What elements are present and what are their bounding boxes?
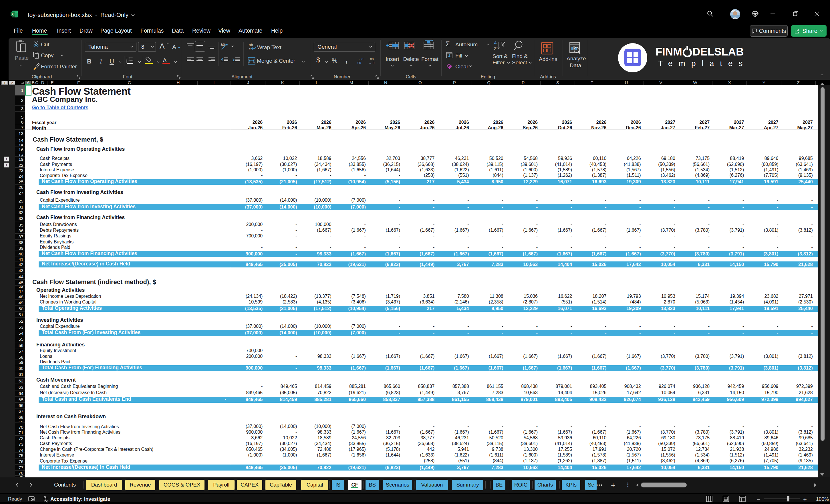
svg-text:c: c xyxy=(249,47,251,51)
svg-text:.00: .00 xyxy=(357,61,361,65)
svg-text:X: X xyxy=(11,12,14,16)
svg-text:Z: Z xyxy=(494,46,497,51)
svg-text:.00: .00 xyxy=(369,58,374,61)
svg-text:ab: ab xyxy=(221,42,225,46)
svg-text:A: A xyxy=(494,40,497,45)
svg-text:ab: ab xyxy=(249,43,253,47)
svg-text:→.0: →.0 xyxy=(369,61,374,65)
svg-text:←0: ←0 xyxy=(358,58,363,61)
